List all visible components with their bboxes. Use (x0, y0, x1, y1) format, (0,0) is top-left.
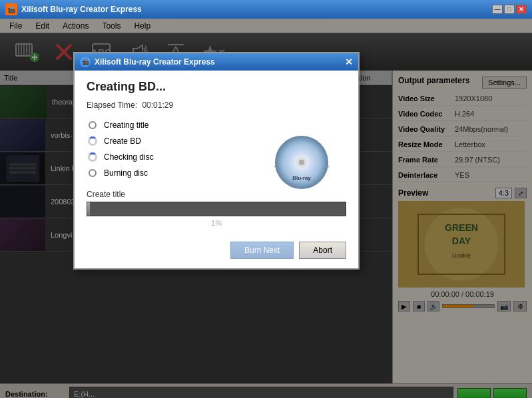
modal-heading: Creating BD... (87, 80, 346, 94)
step-label: Create BD (104, 136, 141, 146)
app-icon: 🎬 (5, 3, 17, 15)
step-creating-title: Creating title (87, 119, 346, 131)
step-pending2-icon (87, 167, 99, 179)
svg-point-28 (299, 160, 304, 165)
step-spinning-icon (87, 135, 99, 147)
step-label: Burning disc (104, 168, 148, 178)
modal-title: Xilisoft Blu-ray Creator Express (95, 57, 215, 67)
step-label: Checking disc (104, 152, 154, 162)
progress-fill (87, 202, 90, 216)
bd-disc-image: Blu-ray (272, 133, 332, 195)
modal-app-icon: 🎬 (80, 57, 91, 67)
progress-bar (87, 202, 346, 216)
progress-dialog: 🎬 Xilisoft Blu-ray Creator Express ✕ Cre… (73, 52, 360, 270)
modal-footer: Burn Next Abort (75, 236, 358, 268)
app-title: Xilisoft Blu-ray Creator Express (21, 5, 492, 14)
minimize-button[interactable]: — (492, 5, 503, 14)
modal-body: Creating BD... Elapsed Time: 00:01:29 Cr… (75, 71, 358, 236)
svg-text:Blu-ray: Blu-ray (292, 175, 311, 181)
modal-overlay: 🎬 Xilisoft Blu-ray Creator Express ✕ Cre… (0, 19, 532, 398)
modal-elapsed: Elapsed Time: 00:01:29 (87, 100, 346, 110)
step-spinning2-icon (87, 151, 99, 163)
maximize-button[interactable]: □ (504, 5, 515, 14)
close-button[interactable]: ✕ (516, 5, 527, 14)
modal-titlebar: 🎬 Xilisoft Blu-ray Creator Express ✕ (75, 53, 358, 71)
burn-next-button[interactable]: Burn Next (230, 242, 294, 259)
progress-section: Create title 1% (87, 190, 346, 227)
window-controls: — □ ✕ (492, 5, 527, 14)
title-bar: 🎬 Xilisoft Blu-ray Creator Express — □ ✕ (0, 0, 532, 19)
step-pending-icon (87, 119, 99, 131)
step-label: Creating title (104, 120, 148, 130)
progress-percent: 1% (87, 219, 346, 227)
abort-button[interactable]: Abort (299, 242, 346, 259)
modal-close-button[interactable]: ✕ (345, 57, 353, 67)
